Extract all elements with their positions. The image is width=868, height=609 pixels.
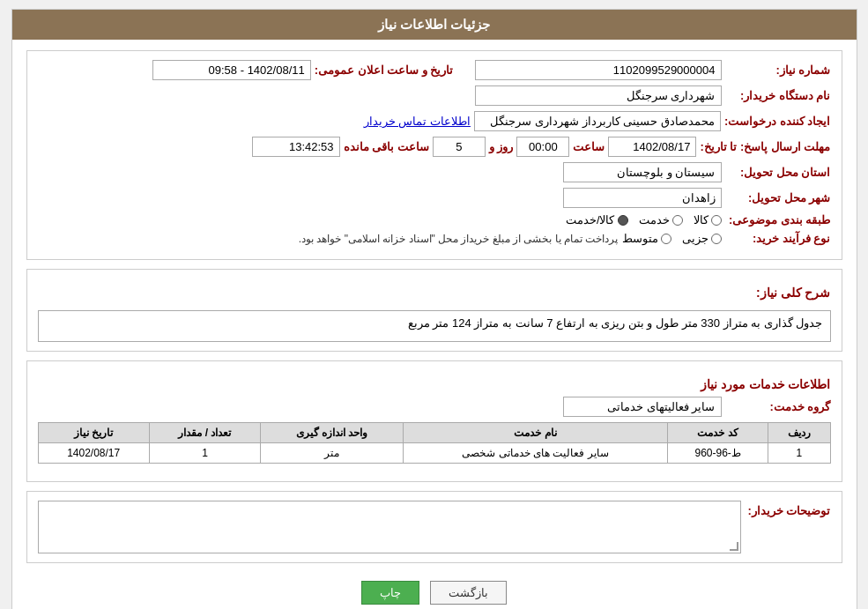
category-option-2[interactable]: خدمت <box>639 213 683 227</box>
row-response-date: مهلت ارسال پاسخ: تا تاریخ: 1402/08/17 سا… <box>38 137 831 157</box>
remaining-field: 13:42:53 <box>252 137 340 157</box>
purchase-type-radio-2 <box>661 234 671 244</box>
cell-quantity: 1 <box>149 443 260 464</box>
category-option-1-label: کالا <box>694 213 708 227</box>
main-content: شماره نیاز: 1102099529000004 تاریخ و ساع… <box>12 40 857 609</box>
row-need-number: شماره نیاز: 1102099529000004 تاریخ و ساع… <box>38 60 831 80</box>
buyer-org-field: شهرداری سرجنگل <box>475 85 722 106</box>
general-desc-text: جدول گذاری به متراز 330 متر طول و بتن ری… <box>38 310 831 342</box>
creator-field: محمدصادق حسینی کاربرداز شهرداری سرجنگل <box>474 111 721 131</box>
remaining-label: ساعت باقی مانده <box>344 140 429 153</box>
row-creator: ایجاد کننده درخواست: محمدصادق حسینی کارب… <box>38 111 831 131</box>
purchase-type-label: نوع فرآیند خرید: <box>725 232 831 245</box>
resize-handle[interactable] <box>730 542 738 551</box>
page-header: جزئیات اطلاعات نیاز <box>12 10 857 40</box>
buyer-desc-label: توضیحات خریدار: <box>748 501 831 517</box>
response-date-field: 1402/08/17 <box>608 137 696 157</box>
row-general-desc: شرح کلی نیاز: <box>38 279 831 305</box>
province-field: سیستان و بلوچستان <box>563 162 722 182</box>
services-table: ردیف کد خدمت نام خدمت واحد اندازه گیری ت… <box>38 422 831 464</box>
cell-unit: متر <box>261 443 404 464</box>
announce-date-label: تاریخ و ساعت اعلان عمومی: <box>315 63 454 77</box>
cell-date: 1402/08/17 <box>38 443 149 464</box>
footer-buttons: بازگشت چاپ <box>26 572 842 609</box>
general-desc-section: شرح کلی نیاز: جدول گذاری به متراز 330 مت… <box>26 269 842 352</box>
category-radio-group: کالا خدمت کالا/خدمت <box>566 213 722 227</box>
category-radio-3 <box>618 215 628 226</box>
response-time-label: ساعت <box>573 140 605 153</box>
response-days-label: روز و <box>489 140 514 153</box>
category-label: طبقه بندی موضوعی: <box>725 213 831 227</box>
table-row: 1 ط-96-960 سایر فعالیت های خدماتی شخصی م… <box>38 443 830 464</box>
need-number-field: 1102099529000004 <box>475 60 722 80</box>
back-button[interactable]: بازگشت <box>430 581 507 605</box>
services-section: اطلاعات خدمات مورد نیاز گروه خدمت: سایر … <box>26 360 842 482</box>
service-group-field: سایر فعالیتهای خدماتی <box>563 397 722 417</box>
announce-date-field: 1402/08/11 - 09:58 <box>152 60 311 80</box>
purchase-type-option-2-label: متوسط <box>622 232 658 245</box>
main-form-section: شماره نیاز: 1102099529000004 تاریخ و ساع… <box>26 50 842 260</box>
category-option-1[interactable]: کالا <box>694 213 722 227</box>
cell-service-name: سایر فعالیت های خدماتی شخصی <box>403 443 668 464</box>
response-days-field: 5 <box>433 137 486 157</box>
purchase-type-option-1[interactable]: جزیی <box>682 232 722 245</box>
buyer-org-label: نام دستگاه خریدار: <box>725 89 831 102</box>
province-label: استان محل تحویل: <box>725 166 831 179</box>
table-header-row: ردیف کد خدمت نام خدمت واحد اندازه گیری ت… <box>38 423 830 443</box>
category-option-3-label: کالا/خدمت <box>566 213 615 227</box>
category-radio-2 <box>672 215 683 226</box>
category-radio-1 <box>711 215 722 226</box>
response-time-field: 00:00 <box>516 137 569 157</box>
purchase-type-note: پرداخت تمام یا بخشی از مبلغ خریداز محل "… <box>299 233 619 245</box>
row-province: استان محل تحویل: سیستان و بلوچستان <box>38 162 831 182</box>
page-title: جزئیات اطلاعات نیاز <box>378 17 490 32</box>
services-section-title: اطلاعات خدمات مورد نیاز <box>38 377 831 391</box>
services-table-section: ردیف کد خدمت نام خدمت واحد اندازه گیری ت… <box>38 422 831 464</box>
creator-label: ایجاد کننده درخواست: <box>724 115 831 128</box>
print-button[interactable]: چاپ <box>361 581 419 605</box>
purchase-type-radio-1 <box>711 234 722 244</box>
response-date-label: مهلت ارسال پاسخ: تا تاریخ: <box>700 140 830 153</box>
col-unit: واحد اندازه گیری <box>261 423 404 443</box>
row-buyer-org: نام دستگاه خریدار: شهرداری سرجنگل <box>38 85 831 106</box>
col-service-code: کد خدمت <box>668 423 768 443</box>
row-service-group: گروه خدمت: سایر فعالیتهای خدماتی <box>38 397 831 417</box>
row-purchase-type: نوع فرآیند خرید: جزیی متوسط پرداخت تمام … <box>38 232 831 245</box>
col-service-name: نام خدمت <box>403 423 668 443</box>
col-row-num: ردیف <box>768 423 830 443</box>
purchase-type-option-1-label: جزیی <box>682 232 708 245</box>
buyer-desc-row: توضیحات خریدار: <box>38 501 831 553</box>
purchase-type-option-2[interactable]: متوسط <box>622 232 671 245</box>
city-field: زاهدان <box>563 188 722 208</box>
city-label: شهر محل تحویل: <box>725 191 831 204</box>
contact-link[interactable]: اطلاعات تماس خریدار <box>364 115 471 128</box>
category-option-2-label: خدمت <box>639 213 670 227</box>
service-group-label: گروه خدمت: <box>725 400 831 413</box>
row-city: شهر محل تحویل: زاهدان <box>38 188 831 208</box>
category-option-3[interactable]: کالا/خدمت <box>566 213 628 227</box>
row-category: طبقه بندی موضوعی: کالا خدمت کالا/خدمت <box>38 213 831 227</box>
cell-row-num: 1 <box>768 443 830 464</box>
buyer-desc-box <box>38 501 741 553</box>
col-quantity: تعداد / مقدار <box>149 423 260 443</box>
buyer-desc-section: توضیحات خریدار: <box>26 491 842 563</box>
purchase-type-radio-group: جزیی متوسط <box>622 232 722 245</box>
cell-service-code: ط-96-960 <box>668 443 768 464</box>
general-desc-label: شرح کلی نیاز: <box>756 286 830 300</box>
page-container: جزئیات اطلاعات نیاز شماره نیاز: 11020995… <box>11 9 857 609</box>
col-date: تاریخ نیاز <box>38 423 149 443</box>
need-number-label: شماره نیاز: <box>725 63 831 77</box>
